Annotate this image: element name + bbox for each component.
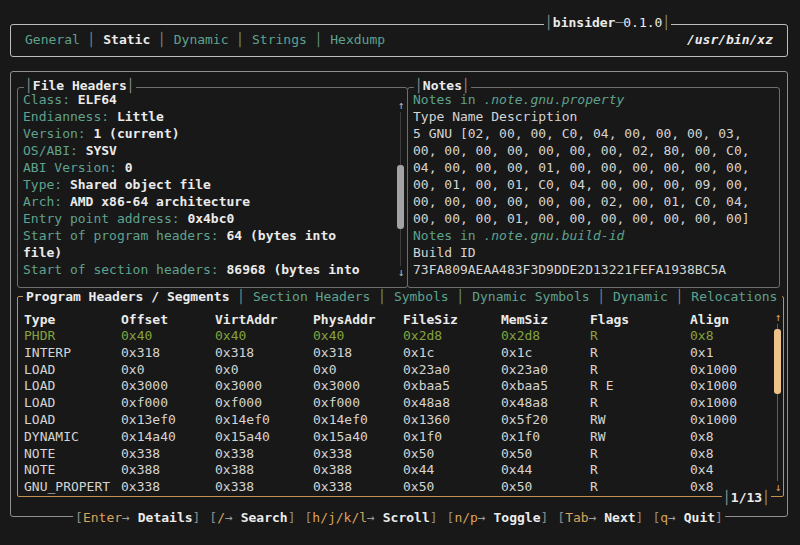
notes-text: 04, 00, 00, 00, 01, 00, 00, 00, 00, 00, …	[413, 160, 750, 175]
field-value: ELF64	[78, 92, 117, 107]
table-row[interactable]: LOAD0xf0000xf0000xf0000x48a80x48a8R0x100…	[18, 395, 783, 412]
table-row[interactable]: LOAD0x30000x30000x30000xbaa50xbaa5R E0x1…	[18, 378, 783, 395]
table-cell: 0x14a40	[121, 429, 215, 446]
main-tabs: General │ Static │ Dynamic │ Strings │ H…	[25, 25, 385, 56]
table-cell: 0x388	[215, 462, 313, 479]
table-row[interactable]: GNU_PROPERT0x3380x3380x3380x500x50R0x8	[18, 479, 783, 496]
notes-section-prefix: Notes in	[413, 92, 483, 107]
notes-line: Build ID	[413, 244, 767, 261]
file-header-line: Arch: AMD x86-64 architecture	[23, 193, 395, 210]
table-cell: LOAD	[24, 362, 121, 379]
segments-scrollbar[interactable]: ↑ ↓	[773, 312, 783, 493]
tab-section-headers[interactable]: Section Headers	[253, 289, 370, 304]
table-cell: 0x1000	[690, 395, 783, 412]
table-row[interactable]: LOAD0x13ef00x14ef00x14ef00x13600x5f20RW0…	[18, 412, 783, 429]
table-cell: R	[590, 395, 690, 412]
file-header-line: Entry point address: 0x4bc0	[23, 210, 395, 227]
arrow-icon: →	[589, 510, 605, 525]
table-cell: 0xbaa5	[501, 378, 590, 395]
notes-line: 00, 00, 00, 00, 00, 00, 00, 02, 80, 00, …	[413, 142, 767, 159]
table-cell: 0x1	[690, 345, 783, 362]
table-cell: R	[590, 446, 690, 463]
notes-line: 00, 00, 00, 00, 00, 00, 02, 00, 01, C0, …	[413, 193, 767, 210]
table-cell: 0x338	[215, 446, 313, 463]
app-title: │binsider─0.1.0│	[544, 15, 671, 30]
table-cell: 0x15a40	[313, 429, 403, 446]
table-cell: LOAD	[24, 412, 121, 429]
table-row[interactable]: NOTE0x3880x3880x3880x440x44R0x4	[18, 462, 783, 479]
table-row[interactable]: DYNAMIC0x14a400x15a400x15a400x1f00x1f0RW…	[18, 429, 783, 446]
key-label: Enter	[83, 510, 122, 525]
table-cell: 0x50	[501, 446, 590, 463]
table-cell: 0x40	[215, 328, 313, 345]
file-header-line: Start of program headers: 64 (bytes into	[23, 227, 395, 244]
notes-line: 73FA809AEAA483F3D9DDE2D13221FEFA1938BC5A	[413, 261, 767, 278]
table-cell: 0x50	[403, 446, 501, 463]
table-cell: DYNAMIC	[24, 429, 121, 446]
tab-dynamic[interactable]: Dynamic	[174, 32, 229, 47]
notes-content: Notes in .note.gnu.propertyType Name Des…	[413, 91, 767, 278]
tab-hexdump[interactable]: Hexdump	[330, 32, 385, 47]
table-cell: R	[590, 345, 690, 362]
tab-program-headers-segments[interactable]: Program Headers / Segments	[26, 289, 230, 304]
keybindings-bar: [Enter→ Details][/→ Search][h/j/k/l→ Scr…	[73, 510, 725, 525]
notes-text: 00, 00, 00, 00, 00, 00, 02, 00, 01, C0, …	[413, 194, 750, 209]
field-label: Endianness:	[23, 109, 117, 124]
table-cell: 0x1360	[403, 412, 501, 429]
scroll-up-icon[interactable]: ↑	[773, 312, 783, 323]
table-cell: 0xf000	[313, 395, 403, 412]
bracket-close: ]	[288, 510, 296, 525]
table-cell: 0x0	[313, 362, 403, 379]
notes-text: 5 GNU [02, 00, 00, C0, 04, 00, 00, 00, 0…	[413, 126, 742, 141]
table-cell: 0x50	[501, 479, 590, 496]
table-cell: 0x338	[121, 479, 215, 496]
table-cell: R	[590, 462, 690, 479]
bracket-open: [	[75, 510, 83, 525]
table-cell: 0x23a0	[403, 362, 501, 379]
app-name: binsider	[553, 15, 616, 30]
notes-line: 00, 00, 00, 01, 00, 00, 00, 00, 00, 00, …	[413, 210, 767, 227]
page-value: 1/13	[731, 490, 762, 505]
field-label: Class:	[23, 92, 78, 107]
tab-dynamic[interactable]: Dynamic	[613, 289, 668, 304]
table-cell: 0x338	[313, 446, 403, 463]
field-label: ABI Version:	[23, 160, 125, 175]
tab-strings[interactable]: Strings	[252, 32, 307, 47]
table-cell: PHDR	[24, 328, 121, 345]
table-cell: 0x44	[501, 462, 590, 479]
field-label: Version:	[23, 126, 93, 141]
segments-table-header: TypeOffsetVirtAddrPhysAddrFileSizMemSizF…	[18, 311, 783, 328]
table-cell: 0x3000	[121, 378, 215, 395]
table-row[interactable]: NOTE0x3380x3380x3380x500x50R0x8	[18, 446, 783, 463]
scroll-down-icon[interactable]: ↓	[773, 482, 783, 493]
scroll-down-icon[interactable]: ↓	[396, 267, 406, 278]
table-cell: 0xf000	[215, 395, 313, 412]
table-cell: 0x14ef0	[215, 412, 313, 429]
action-label: Quit	[684, 510, 715, 525]
notes-text: 73FA809AEAA483F3D9DDE2D13221FEFA1938BC5A	[413, 262, 726, 277]
field-value: Shared object file	[70, 177, 211, 192]
field-value: 1 (current)	[93, 126, 179, 141]
tab-separator: │	[150, 32, 173, 47]
table-cell: 0x44	[403, 462, 501, 479]
table-row[interactable]: PHDR0x400x400x400x2d80x2d8R0x8	[18, 328, 783, 345]
file-headers-scrollbar[interactable]: ↑ ↓	[396, 100, 406, 278]
action-label: Toggle	[494, 510, 541, 525]
file-headers-panel: │File Headers│ Class: ELF64Endianness: L…	[17, 87, 408, 288]
tab-dynamic-symbols[interactable]: Dynamic Symbols	[472, 289, 589, 304]
table-cell: LOAD	[24, 395, 121, 412]
tab-symbols[interactable]: Symbols	[394, 289, 449, 304]
table-cell: 0x40	[121, 328, 215, 345]
scroll-up-icon[interactable]: ↑	[396, 100, 406, 111]
table-row[interactable]: LOAD0x00x00x00x23a00x23a0R0x1000	[18, 362, 783, 379]
tab-general[interactable]: General	[25, 32, 80, 47]
scrollbar-thumb[interactable]	[397, 165, 404, 229]
tab-static[interactable]: Static	[103, 32, 150, 47]
table-row[interactable]: INTERP0x3180x3180x3180x1c0x1cR0x1	[18, 345, 783, 362]
key-label: q	[660, 510, 668, 525]
field-value: 86968 (bytes into	[227, 262, 360, 277]
table-cell: 0x338	[215, 479, 313, 496]
tab-relocations[interactable]: Relocations	[691, 289, 777, 304]
file-header-line: Version: 1 (current)	[23, 125, 395, 142]
scrollbar-thumb[interactable]	[774, 329, 781, 394]
